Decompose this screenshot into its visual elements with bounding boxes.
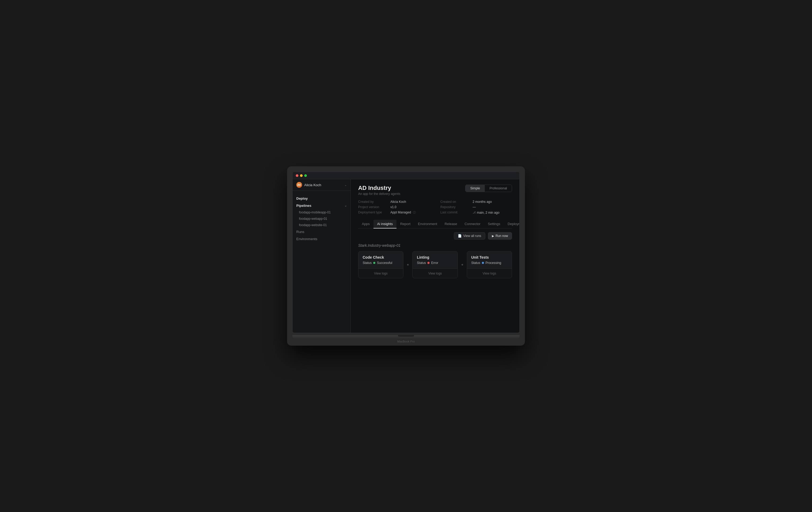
view-toggle: Simple Professional [465, 184, 512, 192]
status-label-code-check: Status [362, 261, 372, 265]
code-check-card: Code Check Status Successful View logs [358, 251, 403, 278]
code-check-footer: View logs [358, 268, 403, 278]
meta-value-deployment: Appt Managed ⓘ [390, 210, 416, 215]
project-title: AD Industry [358, 184, 400, 192]
title-bar [293, 172, 519, 179]
linting-body: Linting Status Error [413, 252, 457, 268]
code-check-status: Status Successful [362, 261, 399, 265]
project-info: AD Industry An app for the delivery agen… [358, 184, 400, 196]
status-dot-success [373, 262, 375, 264]
project-subtitle: An app for the delivery agents [358, 192, 400, 196]
professional-toggle-button[interactable]: Professional [485, 185, 512, 192]
meta-value-created-on: 2 months ago [473, 200, 492, 204]
play-icon: ▶ [492, 234, 494, 238]
avatar-initials: AK [297, 183, 301, 187]
meta-value-commit: ⎇ main, 2 min ago [473, 210, 499, 215]
main-content: AD Industry An app for the delivery agen… [351, 179, 519, 333]
status-label-unit-tests: Status [471, 261, 480, 265]
meta-label-version: Project version [358, 205, 387, 209]
avatar: AK [296, 182, 302, 188]
sidebar-item-pipelines[interactable]: Pipelines ⌄ [293, 202, 350, 209]
pipeline-name: Stark.Industry-webapp-01 [358, 243, 512, 248]
view-all-runs-button[interactable]: 📄 View all runs [454, 232, 485, 239]
code-check-body: Code Check Status Successful [358, 252, 403, 268]
macbook-label: MacBook Pro [292, 340, 520, 343]
sidebar-item-environments[interactable]: Environments [293, 235, 350, 243]
view-logs-unit-tests[interactable]: View logs [471, 271, 508, 276]
info-icon: ⓘ [413, 211, 416, 214]
code-check-title: Code Check [362, 255, 399, 259]
meta-value-created-by: Alicia Koch [390, 200, 406, 204]
meta-created-on: Created on 2 months ago [440, 200, 512, 204]
sidebar: AK Alicia Koch ⌄ Deploy Pipelines ⌄ food… [293, 179, 351, 333]
sidebar-item-deploy[interactable]: Deploy [293, 195, 350, 202]
unit-tests-title: Unit Tests [471, 255, 508, 259]
cards-container: Code Check Status Successful View logs [358, 251, 512, 278]
sidebar-item-runs[interactable]: Runs [293, 228, 350, 235]
chevron-down-icon: ⌄ [344, 183, 347, 187]
tab-environment[interactable]: Environment [414, 220, 441, 228]
view-logs-code-check[interactable]: View logs [362, 271, 399, 276]
meta-last-commit: Last commit ⎇ main, 2 min ago [440, 210, 512, 215]
linting-card: Linting Status Error View logs [412, 251, 458, 278]
tab-deployments[interactable]: Deployments [504, 220, 519, 228]
status-label-linting: Status [417, 261, 426, 265]
unit-tests-status: Status Processing [471, 261, 508, 265]
sidebar-item-foodapp-webapp[interactable]: foodapp-webapp-01 [293, 216, 350, 222]
meta-value-version: v1.0 [390, 205, 397, 209]
meta-label-deployment: Deployment type [358, 210, 387, 215]
run-controls: 📄 View all runs ▶ Run now [358, 232, 512, 239]
linting-title: Linting [417, 255, 453, 259]
tab-release[interactable]: Release [441, 220, 461, 228]
meta-label-repository: Repository [440, 205, 469, 209]
close-dot[interactable] [296, 174, 298, 177]
meta-repository: Repository — [440, 205, 512, 209]
meta-label-created-by: Created by [358, 200, 387, 204]
commit-icon: ⎇ [473, 211, 476, 214]
view-logs-linting[interactable]: View logs [417, 271, 453, 276]
tab-apps[interactable]: Apps [358, 220, 374, 228]
tab-report[interactable]: Report [397, 220, 414, 228]
document-icon: 📄 [458, 234, 462, 238]
card-connector-2 [462, 251, 463, 278]
tab-ai-insights[interactable]: Ai insights [374, 220, 397, 228]
unit-tests-body: Unit Tests Status Processing [467, 252, 512, 268]
linting-footer: View logs [413, 268, 457, 278]
card-connector-1 [407, 251, 409, 278]
sidebar-item-foodapp-mobileapp[interactable]: foodapp-mobileapp-01 [293, 209, 350, 216]
sidebar-item-foodapp-website[interactable]: foodapp-website-01 [293, 222, 350, 228]
unit-tests-footer: View logs [467, 268, 512, 278]
status-dot-processing [482, 262, 484, 264]
tab-settings[interactable]: Settings [484, 220, 504, 228]
unit-tests-card: Unit Tests Status Processing View logs [467, 251, 512, 278]
connector-dot-icon-2 [462, 264, 463, 265]
minimize-dot[interactable] [300, 174, 303, 177]
meta-label-commit: Last commit [440, 210, 469, 215]
tab-bar: Apps Ai insights Report Environment Rele… [358, 220, 512, 228]
status-value-linting: Error [431, 261, 438, 265]
meta-project-version: Project version v1.0 [358, 205, 430, 209]
meta-deployment-type: Deployment type Appt Managed ⓘ [358, 210, 430, 215]
meta-value-repository: — [473, 205, 476, 209]
project-header: AD Industry An app for the delivery agen… [358, 184, 512, 196]
pipelines-chevron-icon: ⌄ [344, 204, 347, 207]
tab-connector[interactable]: Connector [461, 220, 484, 228]
simple-toggle-button[interactable]: Simple [465, 185, 485, 192]
meta-created-by: Created by Alicia Koch [358, 200, 430, 204]
project-meta: Created by Alicia Koch Created on 2 mont… [358, 200, 512, 215]
user-selector[interactable]: AK Alicia Koch ⌄ [293, 179, 350, 191]
pipeline-section: Stark.Industry-webapp-01 Code Check Stat… [358, 243, 512, 278]
sidebar-navigation: Deploy Pipelines ⌄ foodapp-mobileapp-01 … [293, 191, 350, 247]
status-value-unit-tests: Processing [486, 261, 501, 265]
user-name: Alicia Koch [304, 183, 342, 187]
maximize-dot[interactable] [304, 174, 307, 177]
status-dot-error [427, 262, 430, 264]
meta-label-created-on: Created on [440, 200, 469, 204]
linting-status: Status Error [417, 261, 453, 265]
connector-dot-icon [407, 264, 409, 265]
status-value-code-check: Successful [377, 261, 392, 265]
run-now-button[interactable]: ▶ Run now [488, 232, 512, 239]
